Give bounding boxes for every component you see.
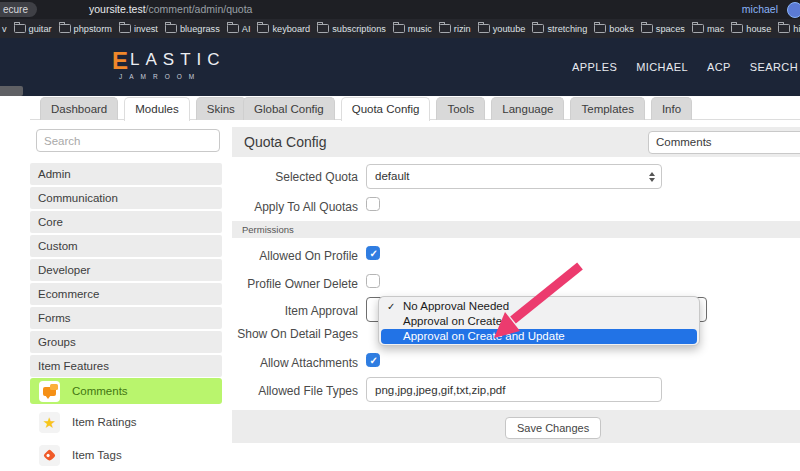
- tab-info[interactable]: Info: [651, 97, 692, 120]
- bookmark-rizin[interactable]: rizin: [439, 24, 471, 34]
- apply-all-quotas-checkbox[interactable]: [366, 197, 380, 211]
- sidebar-item-admin[interactable]: Admin: [30, 163, 222, 185]
- bookmark-ai[interactable]: AI: [227, 24, 251, 34]
- screen: ecure yoursite.test/comment/admin/quota …: [0, 0, 800, 471]
- sidebar-item-developer[interactable]: Developer: [30, 259, 222, 281]
- sidebar-module-item-ratings[interactable]: ★ Item Ratings: [30, 408, 222, 436]
- profile-owner-delete-label: Profile Owner Delete: [232, 277, 358, 291]
- save-changes-button[interactable]: Save Changes: [505, 417, 601, 439]
- allow-attachments-checkbox[interactable]: [366, 353, 380, 367]
- sidebar-item-communication[interactable]: Communication: [30, 187, 222, 209]
- bookmark-label: youtube: [493, 24, 526, 34]
- bookmark-subscriptions[interactable]: subscriptions: [317, 24, 386, 34]
- nav-apples[interactable]: APPLES: [572, 61, 617, 73]
- page-title: Quota Config: [244, 127, 327, 157]
- option-label: Approval on Create and Update: [403, 330, 565, 342]
- url-path: /comment/admin/quota: [146, 3, 253, 15]
- sidebar-item-item-features[interactable]: Item Features: [30, 355, 222, 377]
- folder-icon: [439, 24, 451, 33]
- bookmark-label: house: [746, 24, 771, 34]
- tab-dashboard[interactable]: Dashboard: [40, 97, 118, 120]
- folder-icon: [778, 24, 790, 33]
- tag-iconbox: [39, 445, 60, 466]
- sidebar-item-forms[interactable]: Forms: [30, 307, 222, 329]
- bookmark-books[interactable]: books: [594, 24, 634, 34]
- dropdown-option-approval-on-create[interactable]: Approval on Create: [381, 314, 697, 329]
- sidebar-item-custom[interactable]: Custom: [30, 235, 222, 257]
- bookmark-invest[interactable]: invest: [119, 24, 158, 34]
- bookmark-label: subscriptions: [332, 24, 386, 34]
- tab-skins[interactable]: Skins: [196, 97, 246, 120]
- folder-icon: [594, 24, 606, 33]
- sidebar-item-ecommerce[interactable]: Ecommerce: [30, 283, 222, 305]
- tab-global-config[interactable]: Global Config: [243, 97, 335, 120]
- item-approval-label: Item Approval: [232, 304, 358, 318]
- bookmarks-bar: v guitar phpstorm invest bluegrass AI ke…: [0, 19, 800, 38]
- tab-language[interactable]: Language: [491, 97, 564, 120]
- folder-icon: [165, 24, 177, 33]
- sidebar-module-comments[interactable]: Comments: [30, 378, 222, 404]
- bookmark-spaces[interactable]: spaces: [641, 24, 685, 34]
- bookmark-label: keyboard: [272, 24, 310, 34]
- bookmark-label: books: [609, 24, 634, 34]
- folder-icon: [227, 24, 239, 33]
- browser-profile-name[interactable]: michael: [742, 2, 778, 17]
- allowed-on-profile-label: Allowed On Profile: [232, 249, 358, 263]
- sidebar-module-item-tags[interactable]: Item Tags: [30, 441, 222, 469]
- allowed-on-profile-checkbox[interactable]: [366, 246, 380, 260]
- bookmark-house[interactable]: house: [731, 24, 771, 34]
- comment-icon: [43, 387, 56, 396]
- tab-quota-config[interactable]: Quota Config: [341, 97, 431, 121]
- folder-icon: [317, 24, 329, 33]
- permissions-section-header: Permissions: [232, 221, 800, 238]
- bookmark-label: phpstorm: [74, 24, 112, 34]
- selected-quota-select[interactable]: default: [366, 164, 662, 189]
- acp-section-tabs: Dashboard Modules Skins: [40, 97, 246, 121]
- module-label: Comments: [72, 385, 128, 397]
- nav-search[interactable]: SEARCH: [750, 61, 798, 73]
- nav-michael[interactable]: MICHAEL: [636, 61, 688, 73]
- bookmark-partial[interactable]: v: [2, 24, 7, 34]
- address-url[interactable]: yoursite.test/comment/admin/quota: [89, 2, 252, 17]
- folder-icon: [393, 24, 405, 33]
- bookmark-hiking[interactable]: hiking: [778, 24, 800, 34]
- tab-templates[interactable]: Templates: [570, 97, 644, 120]
- bookmark-stretching[interactable]: stretching: [532, 24, 587, 34]
- allow-attachments-label: Allow Attachments: [232, 356, 358, 370]
- show-on-detail-pages-label: Show On Detail Pages: [232, 327, 358, 341]
- bookmark-keyboard[interactable]: keyboard: [257, 24, 310, 34]
- url-host: yoursite.test: [89, 3, 146, 15]
- selected-quota-value: default: [375, 165, 410, 188]
- option-label: Approval on Create: [403, 315, 502, 327]
- logo-rest: LASTIC: [130, 49, 226, 71]
- allowed-file-types-input[interactable]: [366, 377, 662, 402]
- bookmark-youtube[interactable]: youtube: [478, 24, 526, 34]
- bookmark-mac[interactable]: mac: [692, 24, 724, 34]
- logo-subtitle: JAMROOM: [119, 73, 226, 80]
- folder-icon: [731, 24, 743, 33]
- folder-icon: [692, 24, 704, 33]
- dropdown-option-no-approval[interactable]: ✓ No Approval Needed: [381, 299, 697, 314]
- tab-tools[interactable]: Tools: [436, 97, 485, 120]
- bookmark-bluegrass[interactable]: bluegrass: [165, 24, 220, 34]
- dropdown-option-approval-on-create-and-update[interactable]: Approval on Create and Update: [381, 329, 697, 344]
- site-logo[interactable]: ELASTIC JAMROOM: [112, 49, 226, 80]
- bookmark-label: music: [408, 24, 432, 34]
- comment-iconbox: [39, 381, 60, 402]
- sidebar-item-groups[interactable]: Groups: [30, 331, 222, 353]
- search-input[interactable]: [36, 129, 220, 152]
- sidebar-item-core[interactable]: Core: [30, 211, 222, 233]
- folder-icon: [532, 24, 544, 33]
- bookmark-music[interactable]: music: [393, 24, 432, 34]
- tab-modules[interactable]: Modules: [124, 97, 189, 121]
- bookmark-guitar[interactable]: guitar: [14, 24, 52, 34]
- bookmark-label: spaces: [656, 24, 685, 34]
- security-badge[interactable]: ecure: [0, 2, 37, 17]
- nav-acp[interactable]: ACP: [707, 61, 731, 73]
- profile-owner-delete-checkbox[interactable]: [366, 274, 380, 288]
- bookmark-phpstorm[interactable]: phpstorm: [59, 24, 112, 34]
- profile-avatar[interactable]: [787, 2, 800, 18]
- star-icon: ★: [43, 415, 56, 430]
- module-select[interactable]: Comments: [648, 131, 800, 154]
- site-header: ELASTIC JAMROOM APPLES MICHAEL ACP SEARC…: [0, 38, 800, 96]
